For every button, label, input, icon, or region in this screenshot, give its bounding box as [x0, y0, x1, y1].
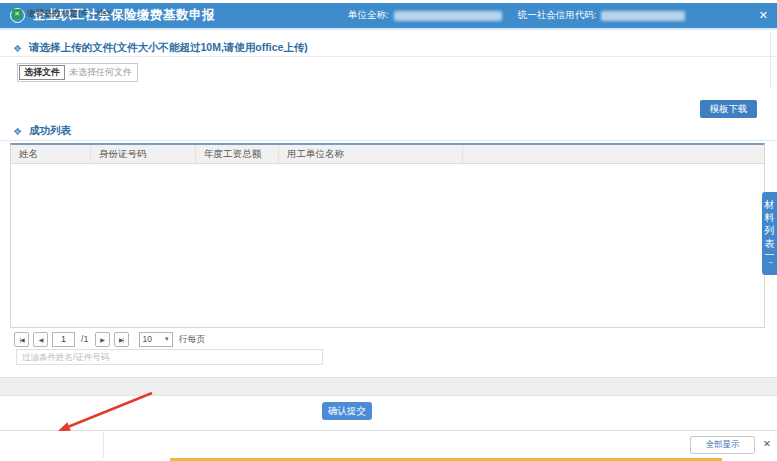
column-header-name: 姓名: [11, 145, 91, 163]
scrollbar-hint: [770, 31, 771, 89]
diamond-icon: ❖: [13, 126, 22, 137]
success-table: 姓名 身份证号码 年度工资总额 用工单位名称: [10, 143, 765, 328]
pagination-bar: |◀ ◀ /1 ▶ ▶| 10 ▾ 行每页: [14, 331, 206, 347]
page-number-input[interactable]: [52, 332, 75, 347]
success-section-label: 成功列表: [29, 124, 71, 138]
material-list-label: 材料列表: [764, 198, 775, 250]
unit-name-redacted: [394, 11, 502, 21]
chevron-down-icon: ▾: [165, 335, 169, 343]
credit-code-label: 统一社会信用代码:: [518, 9, 597, 22]
page: 企业职工社会保险缴费基数申报 单位全称: 统一社会信用代码: ✕ ❖ 请选择上传…: [0, 0, 777, 461]
table-header-row: 姓名 身份证号码 年度工资总额 用工单位名称: [11, 145, 764, 164]
filter-input[interactable]: [16, 349, 323, 365]
divider: [0, 56, 777, 57]
header-company-info: 单位全称: 统一社会信用代码:: [348, 3, 685, 28]
unit-name-label: 单位全称:: [348, 9, 389, 22]
upload-section-label: 请选择上传的文件(文件大小不能超过10M,请使用office上传): [29, 41, 308, 55]
file-input[interactable]: 选择文件 未选择任何文件: [17, 63, 138, 82]
excel-file-icon: [12, 9, 22, 19]
success-section-title: ❖ 成功列表: [13, 124, 71, 138]
first-page-button[interactable]: |◀: [14, 332, 29, 347]
column-header-empty: [463, 145, 764, 163]
divider: [0, 140, 777, 141]
close-icon[interactable]: ✕: [759, 10, 768, 21]
confirm-submit-button[interactable]: 确认提交: [322, 402, 372, 420]
download-bar-close-icon[interactable]: ✕: [763, 439, 771, 449]
rows-per-page-label: 行每页: [179, 333, 206, 346]
table-body-empty: [11, 164, 764, 329]
material-list-side-tab[interactable]: 材料列表 →: [762, 192, 777, 275]
no-file-selected-text: 未选择任何文件: [69, 66, 132, 79]
page-size-select[interactable]: 10 ▾: [139, 332, 173, 347]
column-header-id-number: 身份证号码: [91, 145, 196, 163]
last-page-button[interactable]: ▶|: [114, 332, 129, 347]
download-bar: [0, 430, 777, 459]
divider: [765, 254, 774, 255]
divider: [103, 430, 104, 458]
template-download-button[interactable]: 模板下载: [700, 100, 757, 118]
separator-band: [0, 377, 777, 396]
downloaded-file-chip[interactable]: 缴费基数核定(年...xlsx ∧: [8, 4, 129, 24]
show-all-downloads-button[interactable]: 全部显示: [690, 436, 755, 454]
upload-section-title: ❖ 请选择上传的文件(文件大小不能超过10M,请使用office上传): [13, 41, 308, 55]
column-header-annual-salary: 年度工资总额: [196, 145, 279, 163]
choose-file-button[interactable]: 选择文件: [19, 65, 65, 80]
prev-page-button[interactable]: ◀: [33, 332, 48, 347]
downloaded-file-name: 缴费基数核定(年...xlsx: [27, 8, 111, 20]
arrow-right-icon: →: [766, 257, 774, 267]
column-header-employer-name: 用工单位名称: [279, 145, 463, 163]
page-size-value: 10: [143, 334, 152, 344]
credit-code-redacted: [601, 11, 685, 21]
diamond-icon: ❖: [13, 43, 22, 54]
chevron-up-icon[interactable]: ∧: [120, 10, 125, 18]
page-total-text: /1: [81, 334, 89, 344]
next-page-button[interactable]: ▶: [95, 332, 110, 347]
